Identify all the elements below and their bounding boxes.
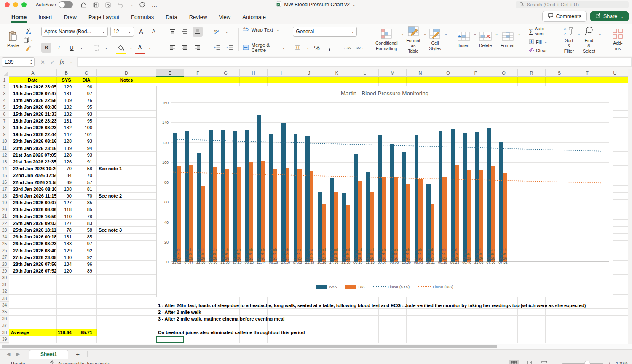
increase-font-icon[interactable]: Aˆ	[137, 27, 147, 37]
cell-B24[interactable]: 131	[57, 234, 76, 241]
cell-B38[interactable]: 118.64	[57, 329, 76, 336]
cell-A1[interactable]: Date	[9, 77, 57, 83]
cell-A14[interactable]: 22nd Jan 2026 10:26	[9, 166, 57, 172]
cell-D6[interactable]	[97, 111, 156, 118]
cell-D34[interactable]	[97, 302, 156, 309]
cell-B23[interactable]: 78	[57, 227, 76, 233]
cell-A23[interactable]: 25th Jan 2026 18:11	[9, 227, 57, 233]
cell-I39[interactable]	[268, 336, 295, 343]
merge-centre-button[interactable]: Merge & Centre⌄	[243, 43, 285, 53]
cell-T38[interactable]	[573, 329, 601, 336]
cell-T36[interactable]	[573, 316, 601, 322]
cell-J1[interactable]	[295, 77, 323, 83]
cell-B22[interactable]: 127	[57, 220, 76, 227]
row-header-37[interactable]: 37	[0, 322, 9, 329]
cell-B20[interactable]: 118	[57, 206, 76, 213]
cell-C3[interactable]: 97	[76, 90, 97, 97]
format-as-table-button[interactable]: Formatas Table	[404, 25, 423, 54]
next-sheet-icon[interactable]: ▶	[16, 351, 19, 357]
align-left-icon[interactable]	[167, 43, 177, 53]
cell-C9[interactable]: 101	[76, 131, 97, 138]
cell-T35[interactable]	[573, 309, 601, 316]
cell-D19[interactable]	[97, 200, 156, 206]
cell-B11[interactable]: 139	[57, 145, 76, 152]
cell-A21[interactable]: 24th Jan 2026 16:59	[9, 213, 57, 220]
cell-B37[interactable]	[57, 322, 76, 329]
row-header-5[interactable]: 5	[0, 104, 9, 111]
cell-B2[interactable]: 129	[57, 83, 76, 90]
fill-color-chevron-icon[interactable]: ⌄	[129, 46, 132, 50]
row-header-32[interactable]: 32	[0, 288, 9, 295]
cell-A2[interactable]: 13th Jan 2026 23:05	[9, 83, 57, 90]
row-header-8[interactable]: 8	[0, 124, 9, 131]
cell-B26[interactable]: 129	[57, 247, 76, 254]
close-window-button[interactable]	[5, 2, 10, 7]
cell-D15[interactable]	[97, 172, 156, 179]
cell-A29[interactable]: 29th Jan 2026 07:52	[9, 268, 57, 275]
cell-N39[interactable]	[407, 336, 434, 343]
cell-C17[interactable]: 81	[76, 186, 97, 193]
cell-T39[interactable]	[573, 336, 601, 343]
column-header-j[interactable]: J	[295, 69, 323, 77]
cell-D37[interactable]	[97, 322, 156, 329]
row-header-21[interactable]: 21	[0, 213, 9, 220]
cell-U1[interactable]	[601, 77, 629, 83]
cell-C39[interactable]	[76, 336, 97, 343]
cell-K39[interactable]	[323, 336, 351, 343]
cell-G37[interactable]	[212, 322, 240, 329]
cell-S38[interactable]	[546, 329, 573, 336]
cell-H35[interactable]	[240, 309, 268, 316]
insert-function-icon[interactable]: fx	[60, 59, 64, 65]
cell-C34[interactable]	[76, 302, 97, 309]
zoom-in-icon[interactable]: +	[608, 361, 611, 364]
cell-P37[interactable]	[462, 322, 490, 329]
cell-A37[interactable]	[9, 322, 57, 329]
more-toolbar-icon[interactable]: …	[151, 1, 158, 8]
cell-B35[interactable]	[57, 309, 76, 316]
cell-A27[interactable]: 27th Jan 2026 23:05	[9, 254, 57, 261]
cell-D14[interactable]: See note 1	[97, 166, 156, 172]
cell-B7[interactable]: 131	[57, 118, 76, 124]
cell-B17[interactable]: 108	[57, 186, 76, 193]
column-header-b[interactable]: B	[57, 69, 76, 77]
copy-icon[interactable]: ⌄	[23, 35, 33, 44]
cell-C27[interactable]: 92	[76, 254, 97, 261]
name-box-stepper[interactable]: ▲▼	[30, 59, 32, 65]
cancel-icon[interactable]: ✕	[40, 59, 45, 65]
cell-C33[interactable]	[76, 295, 97, 302]
cell-D24[interactable]	[97, 234, 156, 241]
cell-C35[interactable]	[76, 309, 97, 316]
tab-automate[interactable]: Automate	[236, 11, 272, 23]
cell-D5[interactable]	[97, 104, 156, 111]
autosum-button[interactable]: ∑Auto-sum⌄	[529, 26, 556, 36]
cell-C31[interactable]	[76, 281, 97, 288]
row-header-25[interactable]: 25	[0, 241, 9, 247]
cell-H37[interactable]	[240, 322, 268, 329]
cell-B6[interactable]: 132	[57, 111, 76, 118]
prev-sheet-icon[interactable]: ◀	[7, 351, 10, 357]
tab-draw[interactable]: Draw	[58, 11, 83, 23]
row-header-2[interactable]: 2	[0, 83, 9, 90]
cell-L38[interactable]	[351, 329, 379, 336]
cell-O35[interactable]	[434, 309, 462, 316]
column-header-h[interactable]: H	[240, 69, 268, 77]
cell-A8[interactable]: 19th Jan 2026 08:23	[9, 124, 57, 131]
cell-H39[interactable]	[240, 336, 268, 343]
tab-data[interactable]: Data	[160, 11, 183, 23]
cell-O38[interactable]	[434, 329, 462, 336]
cell-K1[interactable]	[323, 77, 351, 83]
document-title[interactable]: MW Blood Pressure Chart v2	[284, 2, 349, 8]
cell-C26[interactable]: 92	[76, 247, 97, 254]
cell-A5[interactable]: 15th Jan 2026 08:30	[9, 104, 57, 111]
cell-A7[interactable]: 18th Jan 2026 23:23	[9, 118, 57, 124]
cell-O1[interactable]	[434, 77, 462, 83]
row-header-4[interactable]: 4	[0, 97, 9, 104]
cell-D21[interactable]	[97, 213, 156, 220]
cell-Q1[interactable]	[490, 77, 518, 83]
borders-chevron-icon[interactable]: ⌄	[105, 46, 108, 50]
insert-chevron-icon[interactable]: ⌄	[474, 32, 477, 36]
row-header-29[interactable]: 29	[0, 268, 9, 274]
cell-C10[interactable]: 93	[76, 138, 97, 145]
cell-U38[interactable]	[601, 329, 629, 336]
cell-D36[interactable]	[97, 316, 156, 322]
